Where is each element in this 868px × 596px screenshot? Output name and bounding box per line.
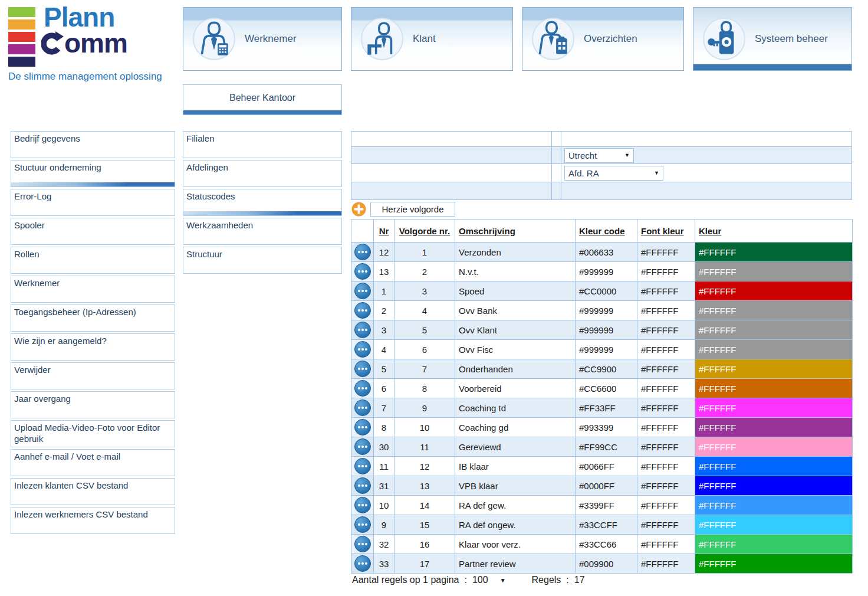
row-actions-button[interactable] [354, 380, 371, 397]
row-actions-button[interactable] [354, 341, 371, 358]
sidebar-item[interactable]: Jaar overgang [11, 391, 175, 418]
status-row: 4 6 Ovv Fisc #999999 #FFFFFF #FFFFFF [351, 340, 853, 359]
row-actions-button[interactable] [354, 419, 371, 435]
dropdown-arrow-icon: ▼ [654, 170, 659, 176]
row-actions-button[interactable] [354, 497, 371, 513]
overviews-icon [532, 18, 574, 60]
submenu-item[interactable]: Structuur [183, 247, 342, 274]
status-row: 8 10 Coaching gd #993399 #FFFFFF #FFFFFF [351, 418, 853, 437]
status-row: 32 16 Klaar voor verz. #33CC66 #FFFFFF #… [351, 535, 853, 554]
submenu: Filialen Afdelingen Statuscodes Werkzaam… [183, 131, 342, 274]
sidebar-item-label: Inlezen klanten CSV bestand [14, 480, 128, 490]
cell-volgorde-nr: 8 [394, 379, 455, 398]
nav-label-overzichten: Overzichten [584, 8, 637, 70]
row-actions-button[interactable] [354, 322, 371, 338]
status-row: 13 2 N.v.t. #999999 #FFFFFF #FFFFFF [351, 262, 853, 281]
sidebar-item-label: Werknemer [14, 278, 60, 288]
sidebar-item[interactable]: Inlezen klanten CSV bestand [11, 478, 175, 505]
cell-volgorde-nr: 5 [394, 320, 455, 340]
herzie-volgorde-button[interactable]: Herzie volgorde [370, 202, 455, 217]
sidebar-item-label: Aanhef e-mail / Voet e-mail [14, 451, 120, 461]
nav-button-systeem-beheer[interactable]: Systeem beheer [693, 7, 852, 71]
sidebar-item-label: Inlezen werknemers CSV bestand [14, 509, 148, 519]
row-actions-button[interactable] [354, 244, 371, 260]
sidebar-item[interactable]: Wie zijn er aangemeld? [11, 333, 175, 361]
status-row: 6 8 Voorbereid #CC6600 #FFFFFF #FFFFFF [351, 379, 853, 398]
row-action-cell [351, 301, 374, 320]
status-row: 1 3 Spoed #CC0000 #FFFFFF #FFFFFF [351, 281, 853, 301]
row-actions-button[interactable] [354, 477, 371, 494]
sidebar-item-label: Error-Log [14, 191, 51, 201]
header-kleur-code[interactable]: Kleur code [576, 220, 637, 243]
client-icon [361, 18, 403, 60]
cell-volgorde-nr: 7 [394, 359, 455, 379]
sidebar-item[interactable]: Inlezen werknemers CSV bestand [11, 507, 175, 534]
submenu-item[interactable]: Statuscodes [183, 189, 342, 216]
header-kleur[interactable]: Kleur [695, 220, 853, 243]
cell-nr: 2 [374, 301, 394, 320]
submenu-item[interactable]: Filialen [183, 131, 342, 158]
cell-kleur-swatch: #FFFFFF [695, 398, 853, 418]
sidebar-item[interactable]: Verwijder [11, 362, 175, 389]
sidebar-item[interactable]: Werknemer [11, 276, 175, 303]
beheer-kantoor-button[interactable]: Beheer Kantoor [183, 84, 342, 115]
cell-kleur-code: #999999 [576, 262, 637, 281]
header-nr[interactable]: Nr [374, 220, 394, 243]
cell-kleur-swatch: #FFFFFF [695, 262, 853, 281]
logo-color-bars-icon [8, 5, 35, 67]
cell-kleur-code: #FF99CC [576, 437, 637, 457]
status-row: 7 9 Coaching td #FF33FF #FFFFFF #FFFFFF [351, 398, 853, 418]
cell-kleur-code: #33CC66 [576, 535, 637, 554]
cell-font-kleur: #FFFFFF [637, 418, 695, 437]
sidebar-item[interactable]: Aanhef e-mail / Voet e-mail [11, 449, 175, 476]
cell-font-kleur: #FFFFFF [637, 359, 695, 379]
submenu-item[interactable]: Werkzaamheden [183, 218, 342, 245]
cell-kleur-code: #009900 [576, 554, 637, 574]
cell-kleur-code: #999999 [576, 301, 637, 320]
cell-omschrijving: Ovv Bank [455, 301, 576, 320]
row-actions-button[interactable] [354, 263, 371, 280]
sidebar-item[interactable]: Rollen [11, 247, 175, 274]
department-select[interactable]: Afd. RA ▼ [564, 166, 663, 181]
add-status-button[interactable] [351, 202, 366, 217]
dropdown-arrow-icon[interactable]: ▼ [500, 577, 506, 584]
active-indicator [11, 182, 175, 186]
branch-select[interactable]: Utrecht ▼ [564, 148, 634, 163]
branch-select-value: Utrecht [568, 150, 597, 161]
sidebar-item[interactable]: Stuctuur onderneming [11, 160, 175, 187]
sidebar-item[interactable]: Spooler [11, 218, 175, 245]
sidebar-item[interactable]: Upload Media-Video-Foto voor Editor gebr… [11, 420, 175, 447]
header-volgorde-nr[interactable]: Volgorde nr. [394, 220, 455, 243]
cell-nr: 10 [374, 496, 394, 515]
row-actions-button[interactable] [354, 458, 371, 474]
cell-nr: 11 [374, 457, 394, 476]
submenu-item[interactable]: Afdelingen [183, 160, 342, 187]
row-actions-button[interactable] [354, 516, 371, 533]
cell-volgorde-nr: 3 [394, 281, 455, 301]
header-omschrijving[interactable]: Omschrijving [455, 220, 576, 243]
cell-volgorde-nr: 17 [394, 554, 455, 574]
rows-count-value: 17 [574, 575, 585, 585]
cell-volgorde-nr: 2 [394, 262, 455, 281]
cell-volgorde-nr: 14 [394, 496, 455, 515]
submenu-item-label: Werkzaamheden [186, 220, 253, 230]
sidebar-item[interactable]: Bedrijf gegevens [11, 131, 175, 158]
cell-nr: 3 [374, 320, 394, 340]
row-actions-button[interactable] [354, 302, 371, 319]
sidebar-item[interactable]: Toegangsbeheer (Ip-Adressen) [11, 304, 175, 332]
table-header-row: Nr Volgorde nr. Omschrijving Kleur code … [351, 220, 853, 243]
active-indicator [183, 211, 341, 215]
header-font-kleur[interactable]: Font kleur [637, 220, 695, 243]
row-actions-button[interactable] [354, 555, 371, 572]
row-actions-button[interactable] [354, 438, 371, 455]
nav-button-overzichten[interactable]: Overzichten [522, 7, 684, 71]
page-size-value[interactable]: 100 [472, 575, 488, 585]
nav-button-werknemer[interactable]: Werknemer [183, 7, 342, 71]
row-actions-button[interactable] [354, 399, 371, 416]
nav-button-klant[interactable]: Klant [351, 7, 513, 71]
row-action-cell [351, 340, 374, 359]
row-actions-button[interactable] [354, 536, 371, 552]
sidebar-item[interactable]: Error-Log [11, 189, 175, 216]
row-actions-button[interactable] [354, 361, 371, 377]
row-actions-button[interactable] [354, 283, 371, 299]
